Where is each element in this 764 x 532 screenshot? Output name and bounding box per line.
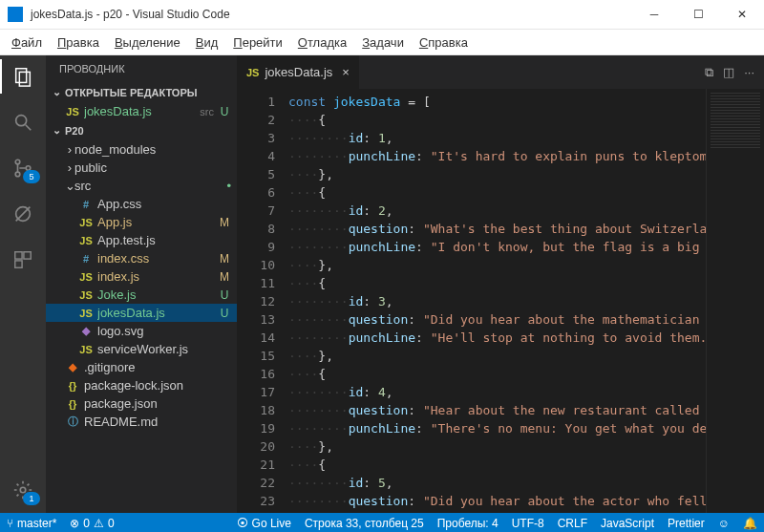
file-item[interactable]: JSApp.jsM xyxy=(46,213,237,231)
file-item[interactable]: {}package-lock.json xyxy=(46,376,237,394)
debug-icon[interactable] xyxy=(10,201,36,227)
tab-jokesdata[interactable]: JS jokesData.js × xyxy=(237,55,359,89)
file-item[interactable]: #index.cssM xyxy=(46,249,237,267)
project-label: P20 xyxy=(65,125,84,137)
open-editor-item[interactable]: JS jokesData.js src U xyxy=(46,102,237,120)
svg-rect-1 xyxy=(19,72,30,86)
open-editors-section[interactable]: ⌄ ОТКРЫТЫЕ РЕДАКТОРЫ xyxy=(46,82,237,102)
file-name: index.css xyxy=(97,251,218,266)
svg-point-4 xyxy=(15,160,20,164)
folder-name: public xyxy=(74,160,231,175)
explorer-icon[interactable] xyxy=(10,63,36,90)
svg-rect-10 xyxy=(24,252,31,259)
svg-rect-11 xyxy=(15,261,22,267)
chevron-icon: ⌄ xyxy=(65,179,74,193)
tab-label: jokesData.js xyxy=(265,65,332,79)
split-editor-icon[interactable]: ◫ xyxy=(723,65,734,79)
file-item[interactable]: JSindex.jsM xyxy=(46,267,237,286)
editor-tabs: JS jokesData.js × ⧉ ◫ ··· xyxy=(237,55,764,89)
source-control-icon[interactable]: 5 xyxy=(10,155,36,181)
window-title: jokesData.js - p20 - Visual Studio Code xyxy=(31,8,632,21)
branch-icon: ⑂ xyxy=(7,517,13,530)
activity-bar: 5 1 xyxy=(0,55,46,513)
search-icon[interactable] xyxy=(10,109,36,136)
bell-icon[interactable]: 🔔 xyxy=(736,513,764,532)
status-bar: ⑂master* ⊗0⚠0 ⦿Go Live Строка 33, столбе… xyxy=(0,513,764,532)
file-type-icon: # xyxy=(78,253,94,265)
language-item[interactable]: JavaScript xyxy=(594,513,661,532)
close-button[interactable]: ✕ xyxy=(720,0,764,29)
menu-справка[interactable]: Справка xyxy=(412,33,476,52)
file-type-icon: JS xyxy=(78,289,94,301)
file-type-icon: ⓘ xyxy=(65,415,80,429)
menu-файл[interactable]: Файл xyxy=(4,33,50,52)
file-type-icon: {} xyxy=(65,380,80,392)
settings-gear-icon[interactable]: 1 xyxy=(10,477,36,503)
open-editors-label: ОТКРЫТЫЕ РЕДАКТОРЫ xyxy=(65,87,198,98)
menu-правка[interactable]: Правка xyxy=(50,33,107,52)
file-name: logo.svg xyxy=(97,324,218,338)
maximize-button[interactable]: ☐ xyxy=(676,0,720,29)
branch-item[interactable]: ⑂master* xyxy=(0,513,63,532)
file-type-icon: {} xyxy=(65,398,80,410)
file-name: jokesData.js xyxy=(84,104,196,118)
eol-item[interactable]: CRLF xyxy=(551,513,594,532)
indent-item[interactable]: Пробелы: 4 xyxy=(431,513,505,532)
folder-name: node_modules xyxy=(74,142,231,157)
chevron-down-icon: ⌄ xyxy=(52,124,61,137)
file-item[interactable]: JSserviceWorker.js xyxy=(46,340,237,358)
folder-item[interactable]: ⌄src• xyxy=(46,177,237,195)
file-type-icon: JS xyxy=(78,271,94,283)
minimap[interactable] xyxy=(706,89,764,513)
editor-area: JS jokesData.js × ⧉ ◫ ··· 12345678910111… xyxy=(237,55,764,513)
encoding-item[interactable]: UTF-8 xyxy=(505,513,551,532)
cursor-position[interactable]: Строка 33, столбец 25 xyxy=(298,513,431,532)
minimize-button[interactable]: ─ xyxy=(632,0,676,29)
prettier-item[interactable]: Prettier xyxy=(661,513,711,532)
file-type-icon: JS xyxy=(78,235,94,246)
file-type-icon: JS xyxy=(78,344,94,355)
folder-item[interactable]: ›node_modules xyxy=(46,140,237,159)
go-live-item[interactable]: ⦿Go Live xyxy=(230,513,298,532)
file-name: App.js xyxy=(97,215,218,229)
svg-line-3 xyxy=(26,125,32,131)
file-item[interactable]: ◆.gitignore xyxy=(46,358,237,376)
project-section[interactable]: ⌄ P20 xyxy=(46,120,237,140)
code-editor[interactable]: 123456789101112131415161718192021222324 … xyxy=(237,89,764,513)
warning-count: 0 xyxy=(108,517,115,530)
file-status: M xyxy=(218,216,231,229)
extensions-icon[interactable] xyxy=(10,246,36,273)
menu-отладка[interactable]: Отладка xyxy=(290,33,354,52)
file-item[interactable]: ⓘREADME.md xyxy=(46,413,237,431)
file-item[interactable]: JSjokesData.jsU xyxy=(46,304,237,322)
file-item[interactable]: #App.css xyxy=(46,195,237,213)
menu-задачи[interactable]: Задачи xyxy=(354,33,412,52)
menu-выделение[interactable]: Выделение xyxy=(107,33,188,52)
problems-item[interactable]: ⊗0⚠0 xyxy=(63,513,120,532)
js-file-icon: JS xyxy=(65,106,80,117)
file-item[interactable]: JSApp.test.js xyxy=(46,231,237,249)
file-item[interactable]: JSJoke.jsU xyxy=(46,286,237,304)
file-name: README.md xyxy=(84,415,218,429)
menu-вид[interactable]: Вид xyxy=(188,33,226,52)
file-name: .gitignore xyxy=(84,360,218,374)
menu-перейти[interactable]: Перейти xyxy=(225,33,290,52)
file-type-icon: ◆ xyxy=(65,361,80,373)
compare-icon[interactable]: ⧉ xyxy=(705,65,713,80)
file-status: M xyxy=(218,252,231,266)
file-type-icon: JS xyxy=(78,308,94,319)
file-type-icon: # xyxy=(78,199,94,210)
file-item[interactable]: {}package.json xyxy=(46,394,237,413)
line-gutter: 123456789101112131415161718192021222324 xyxy=(237,89,288,513)
file-item[interactable]: ◆logo.svg xyxy=(46,322,237,340)
svg-rect-0 xyxy=(16,69,27,83)
svg-point-2 xyxy=(16,116,27,126)
title-bar: jokesData.js - p20 - Visual Studio Code … xyxy=(0,0,764,30)
close-icon[interactable]: × xyxy=(342,65,350,79)
feedback-icon[interactable]: ☺ xyxy=(711,513,736,532)
more-icon[interactable]: ··· xyxy=(744,65,754,79)
file-path: src xyxy=(200,106,214,117)
folder-item[interactable]: ›public xyxy=(46,159,237,177)
chevron-icon: › xyxy=(65,160,74,175)
code-lines[interactable]: const jokesData = [ ····{ ········id: 1,… xyxy=(288,89,706,513)
